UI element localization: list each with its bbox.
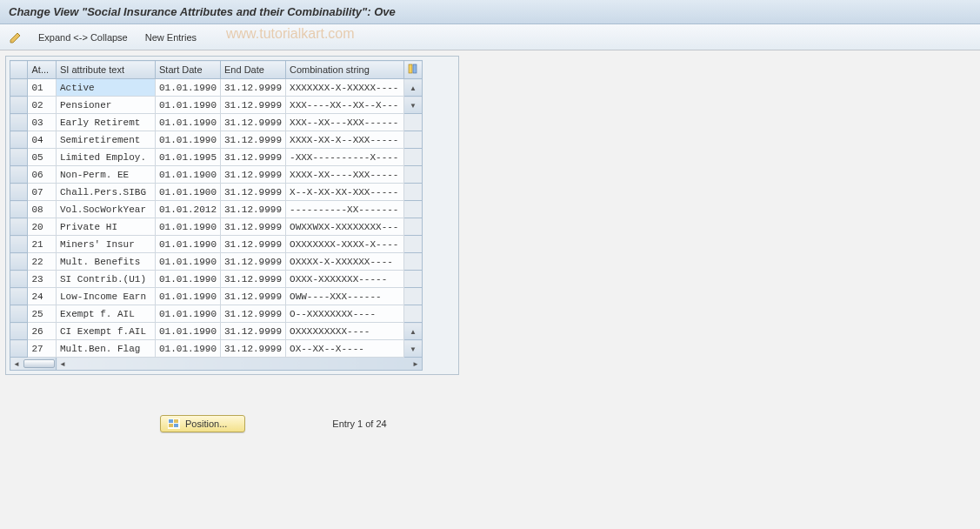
cell-start-date[interactable]: 01.01.1900 <box>156 184 221 201</box>
cell-start-date[interactable]: 01.01.1990 <box>156 340 221 358</box>
cell-end-date[interactable]: 31.12.9999 <box>221 97 286 114</box>
row-handle[interactable] <box>10 305 28 323</box>
cell-text[interactable]: Non-Perm. EE <box>57 166 156 184</box>
cell-at[interactable]: 01 <box>28 79 57 97</box>
cell-combination[interactable]: O--XXXXXXXX---- <box>286 305 404 323</box>
table-row[interactable]: 20Private HI01.01.199031.12.9999OWXXWXX-… <box>10 218 423 236</box>
cell-at[interactable]: 08 <box>28 201 57 218</box>
cell-combination[interactable]: XXXXXXX-X-XXXXX---- <box>286 79 404 97</box>
table-row[interactable]: 26CI Exempt f.AIL01.01.199031.12.9999 OX… <box>10 323 423 340</box>
cell-combination[interactable]: OXXX-XXXXXXX----- <box>286 271 404 288</box>
cell-text[interactable]: Limited Employ. <box>57 149 156 166</box>
vscroll-down-top-icon[interactable]: ▼ <box>404 97 423 114</box>
row-handle[interactable] <box>10 79 28 97</box>
cell-text[interactable]: Chall.Pers.SIBG <box>57 184 156 201</box>
row-handle[interactable] <box>10 184 28 201</box>
column-header-start[interactable]: Start Date <box>156 61 221 79</box>
cell-combination[interactable]: OWXXWXX-XXXXXXXX--- <box>286 218 404 236</box>
cell-end-date[interactable]: 31.12.9999 <box>221 149 286 166</box>
cell-end-date[interactable]: 31.12.9999 <box>221 323 286 340</box>
cell-text[interactable]: SI Contrib.(U1) <box>57 271 156 288</box>
cell-end-date[interactable]: 31.12.9999 <box>221 288 286 305</box>
cell-start-date[interactable]: 01.01.2012 <box>156 201 221 218</box>
cell-text[interactable]: Mult.Ben. Flag <box>57 340 156 358</box>
cell-at[interactable]: 22 <box>28 253 57 271</box>
cell-text[interactable]: Semiretirement <box>57 131 156 149</box>
cell-combination[interactable]: OXXXXXXXXX---- <box>286 323 404 340</box>
cell-at[interactable]: 07 <box>28 184 57 201</box>
table-row[interactable]: 23SI Contrib.(U1)01.01.199031.12.9999 OX… <box>10 271 423 288</box>
table-row[interactable]: 08Vol.SocWorkYear01.01.201231.12.9999---… <box>10 201 423 218</box>
row-handle[interactable] <box>10 97 28 114</box>
hscroll-left2-icon[interactable]: ◄ <box>57 360 69 368</box>
vscroll-up-bottom-icon[interactable]: ▲ <box>404 323 423 340</box>
table-row[interactable]: 02Pensioner01.01.199031.12.9999XXX----XX… <box>10 97 423 114</box>
cell-start-date[interactable]: 01.01.1900 <box>156 166 221 184</box>
cell-end-date[interactable]: 31.12.9999 <box>221 236 286 253</box>
table-settings-icon[interactable] <box>408 66 418 76</box>
column-header-text[interactable]: SI attribute text <box>57 61 156 79</box>
vscroll-track[interactable] <box>404 114 423 131</box>
cell-at[interactable]: 24 <box>28 288 57 305</box>
cell-text[interactable]: Vol.SocWorkYear <box>57 201 156 218</box>
table-row[interactable]: 07Chall.Pers.SIBG01.01.190031.12.9999X--… <box>10 184 423 201</box>
vscroll-track[interactable] <box>404 149 423 166</box>
new-entries-button[interactable]: New Entries <box>142 30 200 44</box>
cell-at[interactable]: 02 <box>28 97 57 114</box>
vscroll-track[interactable] <box>404 288 423 305</box>
cell-start-date[interactable]: 01.01.1990 <box>156 79 221 97</box>
vscroll-track[interactable] <box>404 218 423 236</box>
cell-at[interactable]: 03 <box>28 114 57 131</box>
cell-combination[interactable]: OX--XX--X---- <box>286 340 404 358</box>
column-header-end[interactable]: End Date <box>221 61 286 79</box>
cell-text[interactable]: Miners' Insur <box>57 236 156 253</box>
row-handle[interactable] <box>10 201 28 218</box>
table-row[interactable]: 22Mult. Benefits01.01.199031.12.9999 OXX… <box>10 253 423 271</box>
cell-at[interactable]: 26 <box>28 323 57 340</box>
table-row[interactable]: 21Miners' Insur01.01.199031.12.9999OXXXX… <box>10 236 423 253</box>
vscroll-track[interactable] <box>404 236 423 253</box>
cell-combination[interactable]: XXXX-XX-X--XXX----- <box>286 131 404 149</box>
cell-end-date[interactable]: 31.12.9999 <box>221 201 286 218</box>
cell-text[interactable]: Exempt f. AIL <box>57 305 156 323</box>
table-row[interactable]: 05Limited Employ.01.01.199531.12.9999-XX… <box>10 149 423 166</box>
cell-combination[interactable]: ----------XX------- <box>286 201 404 218</box>
row-handle[interactable] <box>10 236 28 253</box>
cell-at[interactable]: 27 <box>28 340 57 358</box>
cell-combination[interactable]: -XXX----------X---- <box>286 149 404 166</box>
table-row[interactable]: 27Mult.Ben. Flag01.01.199031.12.9999 OX-… <box>10 340 423 358</box>
vscroll-track[interactable] <box>404 184 423 201</box>
cell-at[interactable]: 06 <box>28 166 57 184</box>
table-row[interactable]: 25Exempt f. AIL01.01.199031.12.9999 O--X… <box>10 305 423 323</box>
vscroll-track[interactable] <box>404 131 423 149</box>
hscroll-right-icon[interactable]: ► <box>410 360 422 368</box>
cell-at[interactable]: 23 <box>28 271 57 288</box>
row-handle[interactable] <box>10 340 28 358</box>
cell-start-date[interactable]: 01.01.1990 <box>156 323 221 340</box>
cell-end-date[interactable]: 31.12.9999 <box>221 305 286 323</box>
column-header-at[interactable]: At... <box>28 61 57 79</box>
cell-start-date[interactable]: 01.01.1990 <box>156 253 221 271</box>
header-row-handle[interactable] <box>10 61 28 79</box>
table-settings-header[interactable] <box>404 61 423 79</box>
cell-end-date[interactable]: 31.12.9999 <box>221 114 286 131</box>
cell-text[interactable]: Early Retiremt <box>57 114 156 131</box>
cell-text[interactable]: Active <box>57 79 156 97</box>
hscroll-thumb-left[interactable] <box>23 359 55 368</box>
column-header-combo[interactable]: Combination string <box>286 61 404 79</box>
cell-start-date[interactable]: 01.01.1990 <box>156 114 221 131</box>
cell-text[interactable]: Low-Income Earn <box>57 288 156 305</box>
row-handle[interactable] <box>10 288 28 305</box>
cell-at[interactable]: 05 <box>28 149 57 166</box>
vscroll-track[interactable] <box>404 271 423 288</box>
hscroll-left-icon[interactable]: ◄ <box>10 360 23 368</box>
cell-at[interactable]: 04 <box>28 131 57 149</box>
vscroll-track[interactable] <box>404 305 423 323</box>
table-row[interactable]: 04Semiretirement01.01.199031.12.9999XXXX… <box>10 131 423 149</box>
vscroll-track[interactable] <box>404 253 423 271</box>
cell-text[interactable]: CI Exempt f.AIL <box>57 323 156 340</box>
cell-at[interactable]: 20 <box>28 218 57 236</box>
cell-start-date[interactable]: 01.01.1990 <box>156 236 221 253</box>
table-row[interactable]: 06Non-Perm. EE01.01.190031.12.9999XXXX-X… <box>10 166 423 184</box>
row-handle[interactable] <box>10 131 28 149</box>
